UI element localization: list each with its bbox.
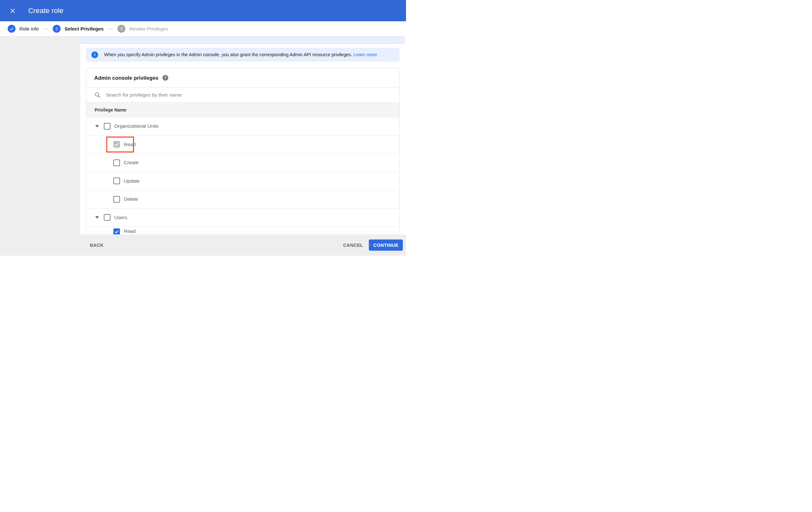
card-title: Admin console privileges <box>94 75 158 81</box>
privilege-search-row <box>86 87 399 102</box>
privilege-rows: Organizational UnitsReadCreateUpdateDele… <box>86 117 399 234</box>
step-role-info[interactable]: Role info <box>8 25 39 33</box>
privilege-label: Organizational Units <box>114 123 159 129</box>
scrolled-banner-edge <box>80 36 405 44</box>
privilege-checkbox[interactable] <box>113 178 120 184</box>
search-input[interactable] <box>106 92 392 98</box>
cancel-button[interactable]: CANCEL <box>343 235 363 256</box>
privilege-row: Organizational Units <box>86 117 399 136</box>
step-complete-check-icon <box>8 25 16 33</box>
left-panel <box>0 36 80 235</box>
step-connector <box>43 29 48 29</box>
search-icon <box>94 92 100 98</box>
privilege-label: Delete <box>124 196 138 202</box>
privilege-label: Users <box>114 215 127 220</box>
card-header: Admin console privileges ? <box>86 68 399 87</box>
learn-more-link[interactable]: Learn more <box>354 52 377 57</box>
collapse-arrow-icon[interactable] <box>95 216 99 218</box>
step-label: Review Privileges <box>129 26 168 32</box>
step-select-privileges[interactable]: 2 Select Privileges <box>53 25 104 33</box>
privilege-checkbox[interactable] <box>113 196 120 203</box>
privilege-row: Create <box>86 154 399 172</box>
stepper: Role info 2 Select Privileges 3 Review P… <box>0 21 406 36</box>
privilege-row: Update <box>86 172 399 191</box>
step-connector <box>108 29 113 29</box>
appbar: Create role <box>0 0 406 21</box>
back-button[interactable]: BACK <box>90 235 104 256</box>
privilege-row: Read <box>86 227 399 234</box>
info-icon: i <box>91 51 98 58</box>
step-label: Select Privileges <box>64 26 104 32</box>
privilege-checkbox[interactable] <box>104 123 111 130</box>
create-role-dialog: Create role Role info 2 Select Privilege… <box>0 0 406 256</box>
table-column-header: Privilege Name <box>86 102 399 117</box>
step-review-privileges[interactable]: 3 Review Privileges <box>117 25 168 33</box>
help-icon[interactable]: ? <box>163 75 168 81</box>
footer-bar: BACK CANCEL CONTINUE <box>0 235 406 256</box>
privilege-checkbox[interactable] <box>104 214 111 221</box>
main-area: i When you specify Admin privileges in t… <box>0 36 406 235</box>
step-number: 3 <box>117 25 125 33</box>
privilege-label: Create <box>124 160 139 165</box>
admin-privileges-card: Admin console privileges ? Privilege Nam… <box>86 68 400 234</box>
privilege-row: Read <box>86 136 399 154</box>
info-banner: i When you specify Admin privileges in t… <box>86 48 400 62</box>
privilege-checkbox[interactable] <box>113 141 120 148</box>
privilege-label: Read <box>124 142 136 147</box>
privilege-label: Read <box>124 228 136 234</box>
privilege-row: Delete <box>86 190 399 209</box>
step-number: 2 <box>53 25 61 33</box>
info-banner-text: When you specify Admin privileges in the… <box>104 52 377 57</box>
continue-button[interactable]: CONTINUE <box>369 240 403 251</box>
privilege-row: Users <box>86 209 399 227</box>
info-banner-message: When you specify Admin privileges in the… <box>104 52 352 57</box>
dialog-title: Create role <box>28 7 63 15</box>
privilege-checkbox[interactable] <box>113 159 120 166</box>
step-label: Role info <box>19 26 39 32</box>
collapse-arrow-icon[interactable] <box>95 125 99 127</box>
privilege-label: Update <box>124 178 140 184</box>
content-scroll-area[interactable]: i When you specify Admin privileges in t… <box>80 36 406 235</box>
close-icon[interactable] <box>8 7 17 15</box>
privilege-checkbox[interactable] <box>113 228 120 235</box>
